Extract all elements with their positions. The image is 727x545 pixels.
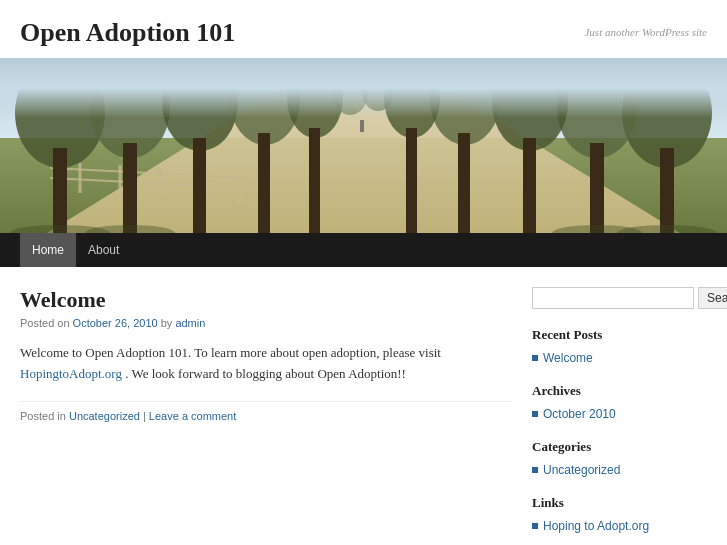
search-box: Search — [532, 287, 707, 309]
categories-list: Uncategorized — [532, 461, 707, 479]
list-item: Hoping to Adopt.org — [532, 517, 707, 535]
post-meta: Posted on October 26, 2010 by admin — [20, 317, 512, 329]
list-item: October 2010 — [532, 405, 707, 423]
svg-rect-17 — [258, 133, 270, 233]
archive-link[interactable]: October 2010 — [543, 407, 616, 421]
links-list: Hoping to Adopt.org — [532, 517, 707, 535]
nav-item-about[interactable]: About — [76, 233, 131, 267]
list-item: Welcome — [532, 349, 707, 367]
svg-rect-15 — [193, 138, 206, 233]
search-input[interactable] — [532, 287, 694, 309]
links-section: Links Hoping to Adopt.org — [532, 495, 707, 535]
bullet-icon — [532, 411, 538, 417]
post-text-1: Welcome to Open Adoption 101. To learn m… — [20, 345, 441, 360]
main-content: Welcome Posted on October 26, 2010 by ad… — [20, 287, 512, 545]
posted-in-label: Posted in — [20, 410, 66, 422]
categories-section: Categories Uncategorized — [532, 439, 707, 479]
post-date-link[interactable]: October 26, 2010 — [73, 317, 158, 329]
post-title: Welcome — [20, 287, 512, 313]
by-label: by — [161, 317, 173, 329]
posted-on-label: Posted on — [20, 317, 70, 329]
nav-bar: Home About — [0, 233, 727, 267]
archives-section: Archives October 2010 — [532, 383, 707, 423]
hopin-to-adopt-link[interactable]: HopingtoAdopt.org — [20, 366, 122, 381]
svg-rect-25 — [523, 138, 536, 233]
post-author-link[interactable]: admin — [175, 317, 205, 329]
post-footer: Posted in Uncategorized | Leave a commen… — [20, 401, 512, 422]
recent-post-link[interactable]: Welcome — [543, 351, 593, 365]
leave-comment-link[interactable]: Leave a comment — [149, 410, 236, 422]
post-text-2: . We look forward to blogging about Open… — [125, 366, 406, 381]
search-button[interactable]: Search — [698, 287, 727, 309]
links-heading: Links — [532, 495, 707, 511]
svg-rect-29 — [406, 128, 417, 233]
recent-posts-heading: Recent Posts — [532, 327, 707, 343]
svg-rect-23 — [590, 143, 604, 233]
svg-rect-13 — [123, 143, 137, 233]
svg-rect-11 — [53, 148, 67, 233]
svg-rect-19 — [309, 128, 320, 233]
post-footer-separator: | — [143, 410, 146, 422]
category-link[interactable]: Uncategorized — [543, 463, 620, 477]
svg-rect-30 — [360, 120, 364, 132]
site-header: Open Adoption 101 Just another WordPress… — [0, 0, 727, 58]
archives-heading: Archives — [532, 383, 707, 399]
svg-rect-21 — [660, 148, 674, 233]
recent-posts-list: Welcome — [532, 349, 707, 367]
external-link[interactable]: Hoping to Adopt.org — [543, 519, 649, 533]
site-title: Open Adoption 101 — [20, 18, 235, 48]
content-area: Welcome Posted on October 26, 2010 by ad… — [0, 267, 727, 545]
bullet-icon — [532, 355, 538, 361]
bullet-icon — [532, 523, 538, 529]
list-item: Uncategorized — [532, 461, 707, 479]
svg-rect-27 — [458, 133, 470, 233]
recent-posts-section: Recent Posts Welcome — [532, 327, 707, 367]
site-tagline: Just another WordPress site — [584, 26, 707, 38]
sidebar: Search Recent Posts Welcome Archives — [532, 287, 707, 545]
post-content: Welcome to Open Adoption 101. To learn m… — [20, 343, 512, 385]
hero-image — [0, 58, 727, 233]
post-category-link[interactable]: Uncategorized — [69, 410, 140, 422]
nav-item-home[interactable]: Home — [20, 233, 76, 267]
categories-heading: Categories — [532, 439, 707, 455]
bullet-icon — [532, 467, 538, 473]
archives-list: October 2010 — [532, 405, 707, 423]
